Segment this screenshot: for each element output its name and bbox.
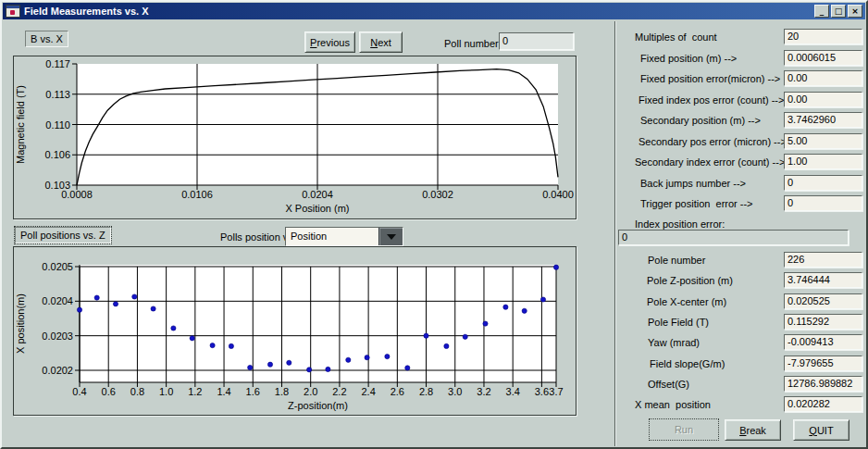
panel-row-field[interactable]: 1.00 (784, 154, 862, 169)
panel-row-label: Yaw (mrad) (648, 337, 700, 348)
svg-text:2.4: 2.4 (361, 386, 375, 397)
svg-text:0.113: 0.113 (45, 89, 70, 100)
svg-text:3.6: 3.6 (535, 386, 549, 397)
panel-row-label: Fixed position error(micron) --> (640, 73, 780, 84)
svg-text:3.2: 3.2 (477, 386, 490, 397)
panel-divider (614, 21, 616, 446)
dropdown-selected-value: Position (291, 231, 327, 242)
panel-row-field[interactable]: 12786.989882 (784, 376, 862, 392)
svg-text:0.0202: 0.0202 (42, 365, 73, 376)
svg-text:3.7: 3.7 (549, 386, 563, 397)
svg-text:2.2: 2.2 (332, 386, 346, 397)
panel-row-field[interactable]: 0.115292 (784, 314, 862, 330)
panel-row-label: Multiples of count (635, 31, 717, 43)
panel-row-label: Fixed index pos error (count) --> (639, 94, 784, 106)
svg-text:0.110: 0.110 (45, 119, 70, 131)
panel-row-label: Secondary position (m) --> (640, 115, 761, 126)
svg-text:2.6: 2.6 (391, 386, 404, 397)
svg-text:0.106: 0.106 (44, 149, 70, 160)
panel-row-field[interactable]: 0.0006015 (784, 50, 862, 66)
window-controls: _ □ × (814, 5, 862, 18)
svg-text:0.0302: 0.0302 (422, 189, 453, 200)
panel-row-field[interactable]: 3.7462960 (784, 112, 862, 128)
app-icon (6, 5, 20, 18)
panel-row-label: Back jumps number --> (640, 178, 746, 189)
poll-positions-chart: 0.02020.02030.02040.02050.40.60.81.01.21… (13, 246, 577, 416)
svg-text:0.0008: 0.0008 (61, 189, 93, 200)
index-position-error-field[interactable]: 0 (618, 230, 849, 245)
svg-text:0.0203: 0.0203 (42, 331, 73, 342)
panel-row-label: X mean position (635, 399, 711, 410)
panel-row-label: Fixed position (m) --> (640, 53, 737, 64)
panel-row-field[interactable]: -0.009413 (784, 334, 862, 350)
panel-row-label: Pole X-center (m) (647, 296, 726, 307)
field-vs-x-plot: 0.1030.1060.1100.1130.1170.00080.01060.0… (14, 56, 574, 217)
panel-row-label: Pole number (648, 255, 705, 266)
panel-row-field[interactable]: 0 (784, 175, 862, 191)
svg-text:0.4: 0.4 (72, 386, 86, 397)
poll-number-label: Poll number (444, 38, 499, 49)
panel-row-label: Offset(G) (648, 379, 689, 390)
quit-button[interactable]: QUIT (793, 419, 849, 441)
next-button[interactable]: Next (359, 31, 403, 53)
svg-text:1.8: 1.8 (275, 386, 289, 397)
svg-text:1.6: 1.6 (246, 386, 260, 397)
panel-row-label: Pole Z-position (m) (647, 275, 733, 286)
chevron-down-icon[interactable] (378, 228, 403, 245)
close-icon[interactable]: × (848, 5, 862, 18)
panel-row-field[interactable]: 5.00 (784, 133, 862, 149)
run-button[interactable]: Run (649, 418, 719, 441)
panel-row-label: Secondary index error (count) --> (635, 156, 785, 168)
svg-text:0.0204: 0.0204 (302, 189, 333, 200)
panel-row-field[interactable]: 0.00 (784, 92, 862, 107)
previous-button[interactable]: Previous (304, 31, 355, 53)
svg-text:0.0106: 0.0106 (181, 189, 213, 200)
svg-text:1.2: 1.2 (188, 386, 202, 397)
panel-row-field[interactable]: 226 (784, 252, 862, 268)
panel-row-label: Pole Field (T) (648, 317, 709, 328)
svg-text:X Position (m): X Position (m) (285, 203, 349, 214)
panel-row-label: Secondary pos error (micron) --> (639, 136, 787, 147)
index-position-error-label: Index position error: (635, 218, 725, 230)
svg-text:0.6: 0.6 (102, 386, 116, 397)
svg-text:Z-position(m): Z-position(m) (288, 400, 348, 411)
polls-position-view-dropdown[interactable]: Position (285, 227, 403, 246)
svg-text:0.0205: 0.0205 (42, 261, 73, 272)
minimize-icon[interactable]: _ (814, 5, 829, 18)
poll-positions-label: Poll positions vs. Z (15, 227, 111, 243)
svg-text:0.0400: 0.0400 (542, 189, 574, 200)
svg-text:Magnetic field (T): Magnetic field (T) (15, 85, 26, 164)
panel-row-field[interactable]: 0.020282 (784, 396, 862, 412)
panel-row-field[interactable]: -7.979655 (784, 355, 862, 371)
poll-positions-plot: 0.02020.02030.02040.02050.40.60.81.01.21… (14, 247, 574, 413)
panel-row-field[interactable]: 20 (784, 29, 862, 44)
svg-text:2.0: 2.0 (304, 386, 317, 397)
svg-text:0.0204: 0.0204 (42, 295, 73, 306)
svg-text:0.117: 0.117 (45, 58, 70, 69)
break-button[interactable]: Break (725, 419, 781, 441)
poll-number-field[interactable]: 0 (499, 32, 574, 50)
svg-text:3.0: 3.0 (448, 386, 462, 397)
window-title: Field Measurements vs. X (24, 6, 811, 17)
svg-text:3.4: 3.4 (506, 386, 520, 397)
panel-row-field[interactable]: 0.020525 (784, 293, 862, 309)
svg-text:1.0: 1.0 (159, 386, 173, 397)
field-vs-x-chart: 0.1030.1060.1100.1130.1170.00080.01060.0… (13, 56, 577, 219)
panel-row-field[interactable]: 0 (784, 195, 862, 211)
app-window: Field Measurements vs. X _ □ × B vs. X P… (0, 0, 868, 449)
panel-row-label: Trigger position error --> (640, 198, 753, 209)
panel-row-field[interactable]: 0.00 (784, 70, 862, 86)
panel-row-field[interactable]: 3.746444 (784, 272, 862, 288)
title-bar: Field Measurements vs. X _ □ × (3, 3, 865, 19)
panel-row-label: Field slope(G/m) (650, 358, 725, 369)
svg-text:X position(m): X position(m) (15, 293, 26, 354)
svg-text:1.4: 1.4 (217, 386, 230, 397)
svg-text:0.8: 0.8 (130, 386, 144, 397)
b-vs-x-label: B vs. X (25, 31, 68, 47)
svg-text:2.8: 2.8 (419, 386, 433, 397)
maximize-icon[interactable]: □ (831, 5, 846, 18)
